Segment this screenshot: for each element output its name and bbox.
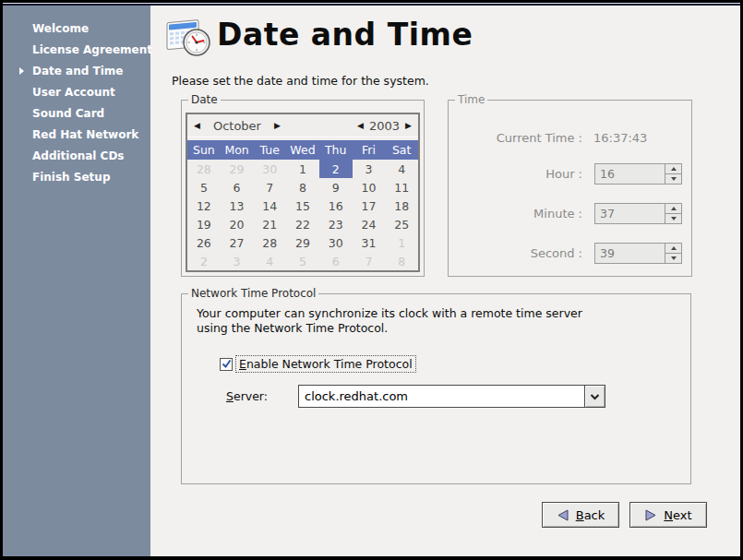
sidebar-item-additional-cds[interactable]: Additional CDs — [3, 146, 150, 167]
calendar-day[interactable]: 12 — [187, 197, 221, 215]
next-year-arrow-icon[interactable]: ▶ — [405, 122, 412, 130]
next-button[interactable]: Next — [629, 502, 707, 528]
sidebar-item-sound-card[interactable]: Sound Card — [3, 103, 150, 125]
chevron-down-icon — [671, 217, 677, 220]
calendar-day[interactable]: 28 — [253, 233, 286, 252]
prev-year-arrow-icon[interactable]: ◀ — [357, 122, 364, 130]
calendar-day[interactable]: 4 — [253, 252, 286, 270]
sidebar-item-finish-setup[interactable]: Finish Setup — [3, 167, 150, 188]
server-input[interactable]: clock.redhat.com — [298, 385, 584, 408]
calendar: ◀ October ▶ ◀ 2003 ▶ SunMonTueWedThuFriS… — [186, 113, 420, 272]
sidebar-item-welcome[interactable]: Welcome — [3, 18, 150, 40]
calendar-day[interactable]: 30 — [319, 233, 353, 252]
calendar-day[interactable]: 28 — [187, 160, 221, 178]
calendar-day[interactable]: 25 — [385, 215, 418, 233]
calendar-day[interactable]: 17 — [353, 197, 386, 215]
triangle-right-icon — [644, 508, 657, 522]
calendar-weekday: Fri — [353, 143, 386, 157]
minute-value: 37 — [595, 204, 665, 223]
time-group-label: Time — [455, 93, 487, 106]
calendar-day[interactable]: 2 — [187, 252, 221, 270]
sidebar-item-label: Red Hat Network — [32, 125, 150, 146]
calendar-day[interactable]: 6 — [319, 252, 353, 270]
page-subtitle: Please set the date and time for the sys… — [172, 74, 429, 88]
ntp-group-label: Network Time Protocol — [188, 287, 318, 300]
ntp-description-line1: Your computer can synchronize its clock … — [197, 306, 690, 321]
server-combobox: clock.redhat.com — [298, 385, 605, 408]
chevron-up-icon — [671, 207, 677, 210]
next-month-arrow-icon[interactable]: ▶ — [274, 122, 281, 130]
calendar-day[interactable]: 3 — [353, 160, 386, 178]
hour-spinbox[interactable]: 16 — [594, 163, 682, 185]
calendar-day[interactable]: 13 — [221, 197, 254, 215]
date-group-label: Date — [188, 93, 221, 106]
calendar-month: October — [213, 119, 261, 133]
server-dropdown-button[interactable] — [584, 385, 605, 408]
calendar-day[interactable]: 30 — [253, 160, 286, 178]
calendar-weekday: Sat — [385, 143, 418, 157]
chevron-up-icon — [671, 167, 677, 171]
calendar-day[interactable]: 16 — [319, 197, 353, 215]
second-spinbox[interactable]: 39 — [594, 243, 682, 264]
calendar-day[interactable]: 31 — [353, 233, 386, 252]
calendar-day[interactable]: 14 — [253, 197, 286, 215]
minute-spin-down-button[interactable] — [665, 213, 681, 223]
sidebar-item-label: License Agreement — [32, 40, 150, 61]
calendar-day-selected[interactable]: 2 — [319, 160, 353, 178]
calendar-day[interactable]: 4 — [385, 160, 418, 178]
chevron-down-icon — [590, 393, 600, 400]
calendar-day[interactable]: 8 — [286, 178, 319, 197]
sidebar-item-red-hat-network[interactable]: Red Hat Network — [3, 125, 150, 146]
calendar-day[interactable]: 15 — [286, 197, 319, 215]
calendar-day[interactable]: 10 — [353, 178, 386, 197]
time-group: Time Current Time : 16:37:43 Hour :16Min… — [448, 100, 692, 277]
calendar-day[interactable]: 6 — [221, 178, 254, 197]
sidebar-item-user-account[interactable]: User Account — [3, 82, 150, 103]
calendar-day[interactable]: 22 — [286, 215, 319, 233]
calendar-day[interactable]: 5 — [187, 178, 221, 197]
calendar-day[interactable]: 7 — [253, 178, 286, 197]
calendar-day[interactable]: 27 — [221, 233, 254, 252]
calendar-day[interactable]: 3 — [221, 252, 254, 270]
calendar-nav: ◀ October ▶ ◀ 2003 ▶ — [187, 114, 418, 137]
calendar-day[interactable]: 5 — [286, 252, 319, 270]
enable-ntp-label[interactable]: Enable Network Time Protocol — [235, 355, 416, 373]
calendar-day[interactable]: 8 — [385, 252, 418, 270]
sidebar-item-license-agreement[interactable]: License Agreement — [3, 40, 150, 61]
calendar-day[interactable]: 26 — [187, 233, 221, 252]
calendar-day[interactable]: 7 — [353, 252, 386, 270]
calendar-day[interactable]: 29 — [221, 160, 254, 178]
second-spin-up-button[interactable] — [665, 244, 681, 253]
calendar-day[interactable]: 23 — [319, 215, 353, 233]
calendar-weekdays: SunMonTueWedThuFriSat — [187, 140, 418, 160]
back-button[interactable]: Back — [542, 502, 619, 528]
second-spin-buttons — [665, 244, 681, 263]
sidebar-item-label: Sound Card — [32, 103, 150, 125]
server-label: Server: — [226, 389, 268, 403]
calendar-day[interactable]: 11 — [385, 178, 418, 197]
calendar-day[interactable]: 24 — [353, 215, 386, 233]
calendar-day[interactable]: 20 — [221, 215, 254, 233]
second-spin-down-button[interactable] — [665, 253, 681, 263]
main-panel: Date and Time Please set the date and ti… — [150, 6, 740, 556]
calendar-day[interactable]: 18 — [385, 197, 418, 215]
calendar-day[interactable]: 29 — [286, 233, 319, 252]
minute-spinbox[interactable]: 37 — [594, 203, 682, 224]
sidebar-item-date-and-time[interactable]: Date and Time — [3, 61, 150, 82]
enable-ntp-checkbox[interactable] — [220, 358, 233, 371]
hour-row: Hour :16 — [449, 163, 691, 185]
minute-spin-up-button[interactable] — [665, 204, 681, 213]
firstboot-window: WelcomeLicense AgreementDate and TimeUse… — [0, 0, 743, 560]
calendar-day[interactable]: 1 — [286, 160, 319, 178]
next-button-label: Next — [664, 508, 691, 522]
checkmark-icon — [222, 359, 232, 369]
calendar-day[interactable]: 19 — [187, 215, 221, 233]
calendar-day[interactable]: 9 — [319, 178, 353, 197]
hour-spin-down-button[interactable] — [665, 173, 681, 184]
hour-spin-up-button[interactable] — [665, 164, 681, 173]
active-step-arrow-icon — [19, 67, 24, 75]
hour-spin-buttons — [665, 164, 681, 184]
calendar-day[interactable]: 21 — [253, 215, 286, 233]
calendar-day[interactable]: 1 — [385, 233, 418, 252]
prev-month-arrow-icon[interactable]: ◀ — [194, 122, 200, 130]
